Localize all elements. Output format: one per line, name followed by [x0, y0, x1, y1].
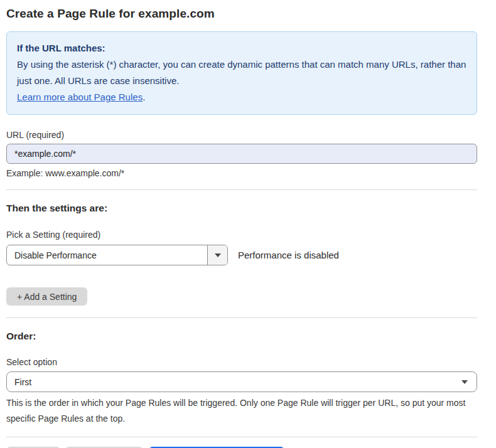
order-select-arrow: [453, 372, 477, 392]
order-help-text: This is the order in which your Page Rul…: [6, 395, 471, 427]
url-matches-info-box: If the URL matches: By using the asteris…: [6, 31, 477, 115]
setting-row: Disable Performance Performance is disab…: [6, 245, 477, 265]
info-box-body: By using the asterisk (*) character, you…: [17, 56, 466, 105]
url-example-text: Example: www.example.com/*: [6, 168, 477, 178]
setting-select[interactable]: Disable Performance: [6, 245, 228, 265]
caret-down-icon: [461, 380, 468, 384]
settings-section-heading: Then the settings are:: [6, 203, 477, 214]
setting-status-text: Performance is disabled: [238, 250, 339, 260]
url-field-label: URL (required): [6, 130, 477, 140]
url-input[interactable]: [6, 144, 477, 164]
order-select[interactable]: First: [6, 371, 477, 392]
order-select-label: Select option: [6, 357, 477, 367]
setting-select-value: Disable Performance: [7, 245, 207, 265]
info-box-heading: If the URL matches:: [17, 40, 466, 56]
setting-select-arrow-button[interactable]: [207, 245, 227, 265]
caret-down-icon: [215, 253, 221, 257]
page-rule-form: Create a Page Rule for example.com If th…: [6, 0, 477, 448]
page-title: Create a Page Rule for example.com: [6, 0, 477, 21]
divider: [6, 317, 477, 318]
setting-picker-label: Pick a Setting (required): [6, 230, 477, 240]
add-setting-button[interactable]: + Add a Setting: [6, 287, 87, 306]
order-select-value: First: [7, 372, 453, 392]
order-section-heading: Order:: [6, 331, 477, 342]
divider: [6, 437, 477, 437]
divider: [6, 189, 477, 190]
learn-more-link[interactable]: Learn more about Page Rules: [17, 92, 143, 102]
info-box-body-text: By using the asterisk (*) character, you…: [17, 59, 466, 86]
link-suffix: .: [143, 92, 145, 102]
